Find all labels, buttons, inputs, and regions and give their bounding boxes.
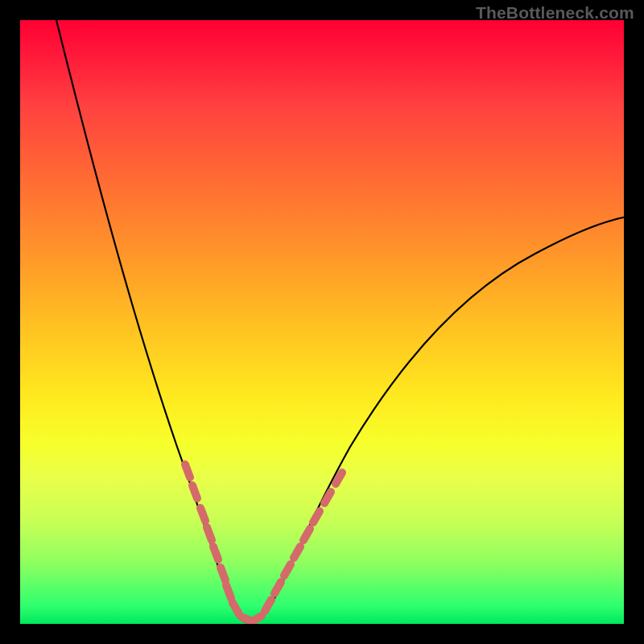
svg-line-14 xyxy=(303,529,310,540)
svg-line-4 xyxy=(213,547,218,559)
svg-line-16 xyxy=(324,492,331,503)
svg-line-8 xyxy=(242,617,250,621)
svg-line-13 xyxy=(294,547,300,558)
svg-line-1 xyxy=(192,485,197,498)
svg-line-2 xyxy=(200,508,205,521)
svg-line-5 xyxy=(221,568,225,580)
svg-line-3 xyxy=(207,527,212,540)
svg-line-7 xyxy=(233,603,239,614)
svg-line-10 xyxy=(265,600,271,611)
svg-line-17 xyxy=(336,473,342,484)
svg-line-0 xyxy=(185,464,190,477)
bottleneck-curve xyxy=(56,20,624,622)
svg-line-6 xyxy=(226,585,231,598)
svg-line-9 xyxy=(254,616,262,621)
highlight-markers xyxy=(185,464,342,621)
chart-frame: TheBottleneck.com xyxy=(0,0,644,644)
svg-line-12 xyxy=(284,564,291,576)
svg-line-15 xyxy=(313,511,320,522)
plot-area xyxy=(20,20,624,624)
svg-line-11 xyxy=(275,582,281,593)
curve-layer xyxy=(20,20,624,624)
